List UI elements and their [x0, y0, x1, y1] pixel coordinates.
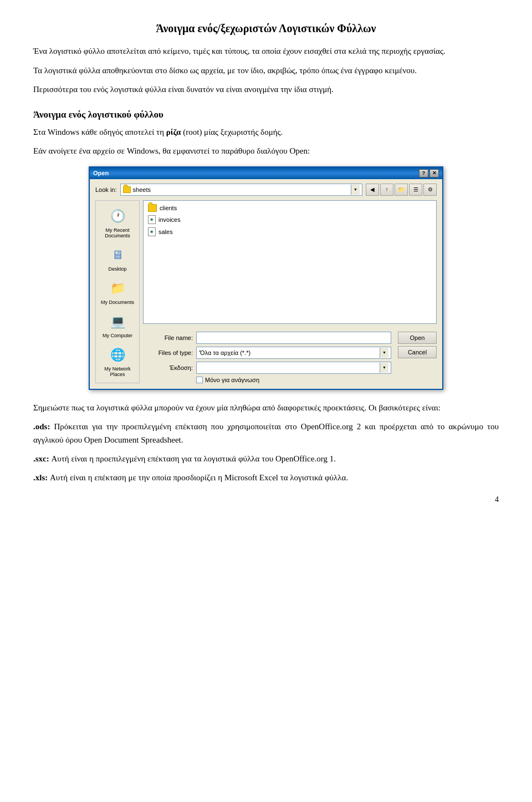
filename-label: File name: [143, 334, 193, 341]
action-buttons: Open Cancel [398, 332, 437, 358]
list-item[interactable]: ■ sales [146, 226, 434, 237]
open-dialog: Open ? ✕ Look in: sheets ▼ ◀ ↑ 📁 ☰ [89, 166, 443, 390]
edition-arrow[interactable]: ▼ [380, 363, 388, 373]
list-item[interactable]: clients [146, 203, 434, 213]
lookin-label: Look in: [95, 186, 117, 193]
sidebar-mydocs[interactable]: 📁 My Documents [97, 276, 138, 307]
note-p2-text: Οι βασικότερες είναι: [369, 403, 441, 412]
help-button[interactable]: ? [419, 169, 428, 177]
ext3-bold: .xls: [33, 473, 48, 482]
ext1-paragraph: .ods: Πρόκειται για την προεπιλεγμένη επ… [33, 420, 499, 446]
dialog-toolbar: Look in: sheets ▼ ◀ ↑ 📁 ☰ ⚙ [95, 184, 437, 196]
sidebar-network[interactable]: 🌐 My NetworkPlaces [97, 343, 138, 379]
edition-combo[interactable]: ▼ [196, 362, 391, 374]
fields-and-buttons: File name: Files of type: 'Όλα τα αρχεία… [143, 332, 437, 383]
dialog-title-text: Open [93, 170, 109, 176]
view-menu-button[interactable]: ☰ [409, 184, 422, 196]
sidebar-recent[interactable]: 🕐 My RecentDocuments [97, 204, 138, 241]
folder-icon [148, 204, 157, 212]
list-item[interactable]: ■ invoices [146, 214, 434, 225]
dialog-right-section: clients ■ invoices ■ sales [143, 200, 437, 383]
sidebar-recent-label: My RecentDocuments [105, 227, 130, 238]
desktop-icon: 🖥 [108, 245, 127, 265]
filename-row: File name: [143, 332, 391, 344]
ext2-bold: .sxc: [33, 454, 49, 463]
lookin-dropdown-arrow[interactable]: ▼ [351, 185, 360, 195]
lookin-combo[interactable]: sheets ▼ [120, 184, 362, 196]
filetype-combo[interactable]: 'Όλα τα αρχεία (*.*) ▼ [196, 347, 391, 359]
page-number: 4 [33, 495, 499, 504]
sidebar-mycomputer[interactable]: 💻 My Computer [97, 309, 138, 341]
file-name: invoices [158, 216, 181, 223]
ext3-paragraph: .xls: Αυτή είναι η επέκταση με την οποία… [33, 471, 499, 484]
new-folder-button[interactable]: 📁 [395, 184, 408, 196]
filetype-value: 'Όλα τα αρχεία (*.*) [199, 349, 380, 356]
file-name: clients [160, 205, 177, 211]
readonly-row: Μόνο για ανάγνωση [196, 377, 391, 383]
file-name: sales [158, 229, 173, 235]
sidebar-mycomputer-label: My Computer [103, 333, 132, 338]
ext2-content: Αυτή είναι η προεπιλεγμένη επέκταση για … [52, 454, 336, 463]
titlebar-buttons: ? ✕ [419, 169, 439, 177]
section-paragraph-1: Στα Windows κάθε οδηγός αποτελεί τη ρίζα… [33, 126, 499, 139]
fields-column: File name: Files of type: 'Όλα τα αρχεία… [143, 332, 391, 383]
toolbar-icons: ◀ ↑ 📁 ☰ ⚙ [366, 184, 437, 196]
recent-icon: 🕐 [108, 206, 127, 226]
section-p1-text: Στα Windows κάθε οδηγός αποτελεί τη [33, 128, 164, 136]
intro-paragraph-3: Περισσότερα του ενός λογιστικά φύλλα είν… [33, 83, 499, 96]
readonly-label: Μόνο για ανάγνωση [205, 377, 259, 383]
close-button[interactable]: ✕ [429, 169, 439, 177]
mydocs-icon: 📁 [108, 278, 127, 298]
dialog-sidebar: 🕐 My RecentDocuments 🖥 Desktop 📁 My Docu… [95, 200, 140, 383]
up-button[interactable]: ↑ [380, 184, 393, 196]
sidebar-mydocs-label: My Documents [101, 300, 134, 305]
open-button[interactable]: Open [398, 332, 437, 344]
ext2-paragraph: .sxc: Αυτή είναι η προεπιλεγμένη επέκτασ… [33, 452, 499, 465]
ext3-content: Αυτή είναι η επέκταση με την οποία προσδ… [50, 473, 348, 482]
readonly-checkbox[interactable] [196, 377, 203, 383]
mycomp-icon: 💻 [108, 312, 127, 332]
network-icon: 🌐 [108, 345, 127, 365]
page-title: Άνοιγμα ενός/ξεχωριστών Λογιστικών Φύλλω… [33, 22, 499, 35]
tools-button[interactable]: ⚙ [423, 184, 437, 196]
sidebar-desktop-label: Desktop [108, 266, 126, 272]
folder-icon [123, 186, 131, 193]
cancel-button[interactable]: Cancel [398, 346, 437, 358]
intro-paragraph-2: Τα λογιστικά φύλλα αποθηκεύονται στο δίσ… [33, 64, 499, 77]
ext1-content: Πρόκειται για την προεπιλεγμένη επέκταση… [33, 422, 499, 444]
sidebar-network-label: My NetworkPlaces [104, 366, 131, 377]
back-button[interactable]: ◀ [366, 184, 379, 196]
filetype-label: Files of type: [143, 349, 193, 356]
spreadsheet-icon: ■ [148, 215, 156, 224]
dialog-main-area: 🕐 My RecentDocuments 🖥 Desktop 📁 My Docu… [95, 200, 437, 383]
dialog-fields: File name: Files of type: 'Όλα τα αρχεία… [143, 332, 437, 383]
file-list: clients ■ invoices ■ sales [143, 200, 437, 324]
section-p1-bold: ρίζα [166, 128, 181, 136]
filename-input[interactable] [196, 332, 391, 344]
filetype-row: Files of type: 'Όλα τα αρχεία (*.*) ▼ [143, 347, 391, 359]
edition-row: Έκδοση: ▼ [143, 362, 391, 374]
edition-label: Έκδοση: [143, 364, 193, 371]
ext1-bold: .ods: [33, 422, 50, 431]
sidebar-desktop[interactable]: 🖥 Desktop [97, 243, 138, 274]
dialog-titlebar: Open ? ✕ [90, 167, 442, 179]
section-title: Άνοιγμα ενός λογιστικού φύλλου [33, 109, 499, 120]
note-p1-text: Σημειώστε πως τα λογιστικά φύλλα μπορούν… [33, 403, 366, 412]
dialog-intro: Εάν ανοίγετε ένα αρχείο σε Windows, θα ε… [33, 145, 499, 158]
lookin-value: sheets [133, 186, 349, 193]
filetype-arrow[interactable]: ▼ [380, 348, 388, 358]
intro-paragraph-1: Ένα λογιστικό φύλλο αποτελείται από κείμ… [33, 45, 499, 58]
section-p1-end: (root) μίας ξεχωριστής δομής. [183, 128, 283, 136]
spreadsheet-icon: ■ [148, 227, 156, 236]
note-paragraph-1: Σημειώστε πως τα λογιστικά φύλλα μπορούν… [33, 401, 499, 414]
